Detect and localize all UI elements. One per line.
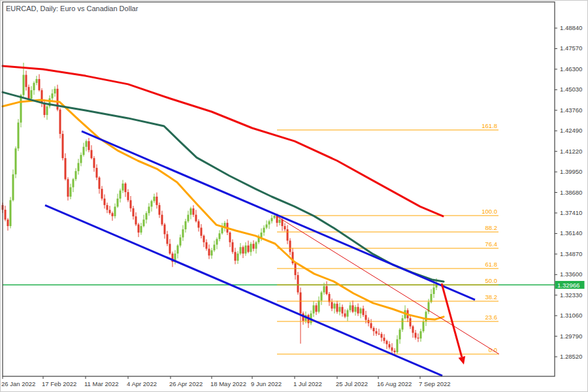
candle-body: [109, 210, 111, 213]
candle-body: [350, 305, 351, 310]
candle-body: [201, 228, 203, 236]
candle-body: [245, 246, 247, 253]
price-chart-canvas[interactable]: 161.8100.088.276.461.850.038.223.60.01.4…: [1, 1, 588, 392]
candle-body: [177, 246, 179, 253]
candle-body: [28, 87, 30, 99]
candle-body: [363, 308, 365, 315]
candle-body: [323, 286, 325, 293]
fib-level-label-61.8: 61.8: [485, 261, 498, 268]
candle-body: [190, 208, 192, 215]
candle-body: [18, 123, 20, 149]
candle-body: [316, 305, 318, 312]
candle-body: [389, 344, 391, 348]
candle-body: [376, 331, 378, 334]
candle-body: [151, 201, 153, 207]
candle-body: [12, 174, 14, 201]
candle-body: [326, 286, 328, 294]
y-axis-label: 1.45030: [560, 86, 582, 93]
candle-body: [297, 275, 299, 292]
candle-body: [417, 338, 419, 338]
candle-body: [276, 216, 278, 223]
candle-body: [425, 312, 427, 321]
candle-body: [203, 236, 205, 242]
x-axis-label: 4 Apr 2022: [127, 380, 157, 387]
candle-body: [229, 233, 231, 242]
candle-body: [344, 314, 346, 317]
candle-body: [135, 216, 137, 224]
candle-body: [167, 234, 169, 244]
plot-border: [3, 2, 555, 376]
candle-body: [138, 225, 140, 233]
y-axis-label: 1.38680: [560, 189, 582, 196]
candle-body: [80, 155, 82, 163]
fib-level-label-161.8: 161.8: [482, 122, 497, 129]
x-axis-label: 17 Feb 2022: [42, 380, 76, 387]
candle-body: [73, 179, 74, 187]
candle-body: [39, 79, 41, 90]
candle-body: [23, 75, 25, 95]
candle-body: [295, 263, 297, 275]
current-price-value: 1.32966: [557, 282, 580, 289]
fib-level-label-23.6: 23.6: [485, 314, 498, 321]
x-axis-label: 25 Jul 2022: [336, 380, 368, 387]
candle-body: [253, 244, 255, 248]
y-axis-label: 1.32330: [560, 291, 582, 299]
candle-body: [65, 158, 67, 179]
candle-body: [185, 221, 187, 229]
y-axis-label: 1.42490: [560, 127, 582, 134]
candle-body: [91, 150, 93, 158]
candle-body: [287, 229, 289, 240]
candle-body: [114, 206, 116, 216]
candle-body: [263, 228, 265, 233]
candle-body: [237, 253, 239, 261]
candle-body: [336, 304, 338, 312]
forecast-arrow-red-head[interactable]: [459, 356, 466, 365]
candle-body: [78, 163, 80, 171]
candle-body: [261, 233, 263, 237]
x-axis-label: 18 May 2022: [210, 380, 246, 387]
candle-body: [255, 242, 257, 249]
candle-body: [250, 244, 252, 252]
y-axis-label: 1.46300: [560, 65, 582, 73]
candle-body: [159, 205, 161, 215]
candle-body: [182, 229, 184, 237]
candle-body: [342, 307, 344, 314]
y-axis-label: 1.29790: [560, 333, 582, 340]
candle-body: [313, 305, 315, 313]
candle-body: [20, 95, 22, 123]
candle-body: [146, 213, 148, 220]
candle-body: [266, 225, 268, 228]
candle-body: [41, 90, 43, 103]
candle-body: [188, 215, 189, 221]
candle-body: [289, 240, 291, 252]
x-axis-label: 9 Jun 2022: [251, 380, 282, 387]
candle-body: [221, 228, 223, 234]
candle-body: [46, 106, 48, 115]
candle-body: [321, 293, 323, 301]
channel-lower-blue[interactable]: [45, 205, 442, 376]
candle-body: [378, 334, 380, 335]
candle-body: [412, 327, 414, 333]
candle-body: [198, 221, 200, 228]
candle-body: [339, 307, 341, 312]
candle-body: [195, 215, 197, 221]
y-axis-label: 1.41220: [560, 148, 582, 155]
trendline-thin-red[interactable]: [278, 217, 499, 354]
candle-body: [373, 328, 375, 331]
x-axis-label: 26 Apr 2022: [169, 380, 203, 387]
candle-body: [235, 252, 237, 261]
fib-level-label-50.0: 50.0: [485, 277, 498, 284]
candle-body: [365, 315, 367, 319]
x-axis-label: 1 Jul 2022: [293, 380, 322, 387]
candle-body: [75, 171, 77, 179]
candle-body: [83, 147, 85, 155]
candle-body: [206, 242, 208, 249]
candle-body: [112, 213, 114, 216]
candle-body: [36, 79, 38, 83]
candle-body: [216, 239, 218, 245]
candle-body: [300, 293, 302, 314]
candle-body: [10, 200, 12, 226]
candle-body: [318, 301, 320, 312]
candle-body: [143, 220, 145, 226]
candle-body: [386, 341, 388, 344]
